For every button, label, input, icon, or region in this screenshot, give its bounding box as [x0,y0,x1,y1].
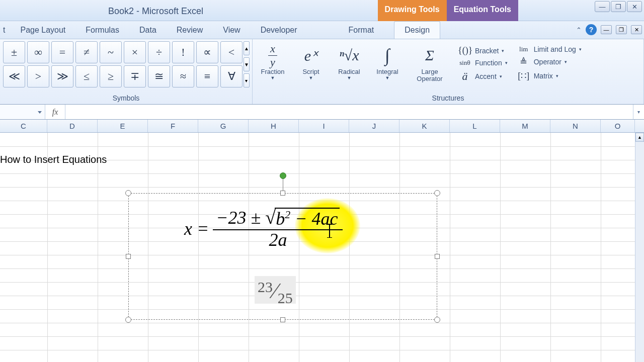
ribbon-minimize-icon[interactable]: ⌃ [576,26,582,34]
symbol-button[interactable]: ~ [100,41,122,63]
structure-operator[interactable]: ≜ Operator▾ [517,56,582,67]
contextual-tab-drawing[interactable]: Drawing Tools [378,0,447,21]
symbols-scroll-down[interactable]: ▼ [244,57,250,71]
limit-icon: lim [517,45,531,53]
symbol-button[interactable]: ≫ [51,65,73,87]
skewed-fraction[interactable]: 23 ⁄ 25 [255,276,296,304]
group-label-symbols: Symbols [3,94,249,103]
column-header[interactable]: M [500,120,550,132]
fraction-icon: x y [268,43,277,67]
column-header[interactable]: L [450,120,500,132]
symbol-button[interactable]: ≡ [196,65,218,87]
symbol-button[interactable]: ∝ [196,41,218,63]
group-label-structures: Structures [256,94,640,103]
symbol-button[interactable]: ÷ [148,41,170,63]
structure-accent[interactable]: ä Accent▾ [458,70,508,83]
symbol-button[interactable]: ≤ [75,65,98,87]
workbook-restore-button[interactable]: ❐ [616,25,627,34]
column-header[interactable]: N [550,120,601,132]
rotation-handle[interactable] [280,172,286,179]
column-header[interactable]: H [249,120,299,132]
column-header[interactable]: C [0,120,47,132]
column-header[interactable]: E [98,120,148,132]
structure-fraction[interactable]: x y Fraction ▼ [256,43,290,80]
accent-icon: ä [458,70,472,83]
contextual-tab-equation[interactable]: Equation Tools [447,0,518,21]
column-header[interactable]: F [148,120,198,132]
equation-textbox[interactable]: x = −23 ± √ b2 − 4ac 2a 23 ⁄ 25 [128,193,437,320]
symbols-scroll-up[interactable]: ▲ [244,41,250,55]
structure-script[interactable]: eˣ Script ▼ [294,43,328,80]
fx-icon[interactable]: fx [45,105,65,119]
symbol-button[interactable]: > [27,65,49,87]
resize-handle-se[interactable] [434,317,440,323]
maximize-button[interactable]: ❐ [611,1,626,12]
worksheet-grid[interactable]: How to Insert Equations x = −23 ± √ b2 −… [0,133,644,362]
structure-large-operator[interactable]: Σ Large Operator [409,43,451,83]
column-header[interactable]: O [601,120,635,132]
resize-handle-nw[interactable] [125,190,131,196]
symbols-more[interactable]: ▾ [244,73,250,87]
operator-icon: ≜ [517,56,531,67]
symbol-button[interactable]: ∓ [124,65,146,87]
integral-icon: ∫ [385,43,390,67]
symbol-button[interactable]: ≥ [100,65,122,87]
symbol-button[interactable]: < [220,41,243,63]
symbol-button[interactable]: ∞ [27,41,49,63]
symbol-button[interactable]: ≈ [172,65,194,87]
formula-bar: fx ▾ [0,105,644,120]
structure-bracket[interactable]: {()} Bracket▾ [458,45,508,56]
tab-design[interactable]: Design [394,21,440,39]
window-title: Book2 - Microsoft Excel [108,6,203,17]
column-header[interactable]: G [198,120,249,132]
matrix-icon: [∷] [517,70,531,81]
column-header[interactable]: K [399,120,450,132]
tab-developer[interactable]: Developer [251,22,307,39]
structure-matrix[interactable]: [∷] Matrix▾ [517,70,582,81]
symbol-button[interactable]: ≅ [148,65,170,87]
symbol-button[interactable]: ≠ [75,41,98,63]
symbol-button[interactable]: ∀ [220,65,243,87]
function-icon: sinθ [458,59,472,67]
ribbon-tabs: t Page Layout Formulas Data Review View … [0,21,644,39]
column-headers: CDEFGHIJKLMNO [0,120,644,133]
close-button[interactable]: ✕ [627,1,642,12]
resize-handle-ne[interactable] [434,190,440,196]
column-header[interactable]: D [47,120,98,132]
name-box[interactable] [0,105,45,119]
tab-view[interactable]: View [213,22,250,39]
formula-bar-expand[interactable]: ▾ [633,105,644,119]
formula-input[interactable] [65,105,633,119]
symbol-button[interactable]: ± [3,41,25,63]
structure-integral[interactable]: ∫ Integral ▼ [370,43,405,80]
tab-format[interactable]: Format [339,22,384,39]
scroll-up-button[interactable]: ▲ [635,133,644,142]
workbook-close-button[interactable]: ✕ [631,25,642,34]
column-header[interactable]: J [349,120,399,132]
minimize-button[interactable]: — [595,1,610,12]
symbol-button[interactable]: ! [172,41,194,63]
resize-handle-e[interactable] [435,254,440,259]
vertical-scrollbar[interactable]: ▲ [635,133,644,362]
tab-truncated[interactable]: t [0,22,10,39]
resize-handle-s[interactable] [280,317,285,322]
equation-lhs: x = [184,218,209,239]
quadratic-equation[interactable]: x = −23 ± √ b2 − 4ac 2a [184,208,343,250]
symbol-button[interactable]: × [124,41,146,63]
symbol-button[interactable]: = [51,41,73,63]
tab-data[interactable]: Data [129,22,167,39]
resize-handle-n[interactable] [280,191,285,196]
tab-review[interactable]: Review [167,22,213,39]
structure-function[interactable]: sinθ Function▾ [458,59,508,67]
tab-formulas[interactable]: Formulas [75,22,129,39]
column-header[interactable]: I [299,120,349,132]
help-icon[interactable]: ? [586,24,597,35]
tab-page-layout[interactable]: Page Layout [10,22,75,39]
script-icon: eˣ [304,43,317,67]
symbol-button[interactable]: ≪ [3,65,25,87]
structure-limit-log[interactable]: lim Limit and Log▾ [517,45,582,53]
resize-handle-sw[interactable] [125,317,131,323]
workbook-minimize-button[interactable]: — [601,25,612,34]
structure-radical[interactable]: ⁿ√x Radical ▼ [332,43,366,80]
resize-handle-w[interactable] [126,254,131,259]
